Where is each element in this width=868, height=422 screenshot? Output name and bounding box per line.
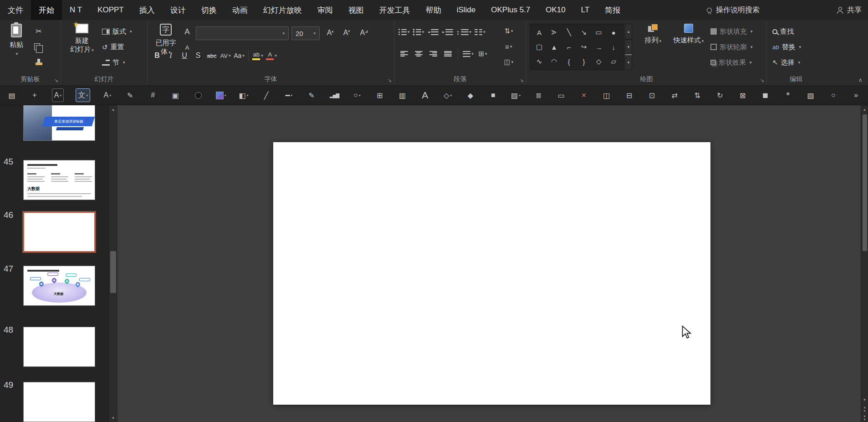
- scroll-up-button[interactable]: ▴: [861, 105, 868, 113]
- eyedropper-icon[interactable]: ╱: [261, 88, 272, 102]
- shape-vertical-text-box-icon[interactable]: A: [547, 26, 561, 39]
- copy-button[interactable]: ▾: [33, 40, 45, 53]
- menu-tab-review[interactable]: 审阅: [310, 0, 341, 20]
- align-right-button[interactable]: [427, 47, 439, 60]
- sparkle-icon[interactable]: *: [782, 88, 793, 102]
- small-image-icon[interactable]: ▣: [170, 88, 181, 102]
- shape-freeform-icon[interactable]: ∿: [532, 55, 546, 68]
- menu-tab-lt[interactable]: LT: [573, 0, 597, 20]
- horizontal-text-box-icon[interactable]: A▾: [52, 88, 64, 102]
- menu-tab-animations[interactable]: 动画: [225, 0, 255, 20]
- shape-left-brace-icon[interactable]: {: [562, 55, 576, 68]
- smartart-convert-button[interactable]: ⊞▾: [477, 47, 489, 60]
- menu-tab-home[interactable]: 开始: [31, 0, 62, 20]
- collapse-ribbon-button[interactable]: ∧: [858, 77, 863, 83]
- shrink-font-button[interactable]: A▾: [341, 26, 352, 39]
- menu-tab-file[interactable]: 文件: [0, 0, 31, 20]
- cut-button[interactable]: ✂: [33, 25, 45, 37]
- scroll-down-button[interactable]: ▾: [861, 396, 868, 404]
- font-dialog-launcher[interactable]: ↘: [388, 78, 392, 82]
- arrange-button[interactable]: 排列▾: [638, 24, 668, 70]
- character-spacing-button[interactable]: AV▾: [220, 49, 231, 62]
- clipboard-dialog-launcher[interactable]: ↘: [54, 78, 58, 82]
- wordart-icon[interactable]: A: [419, 88, 430, 102]
- grid-columns-icon[interactable]: ▥: [397, 88, 408, 102]
- text-shadow-button[interactable]: S: [192, 49, 204, 62]
- note-icon[interactable]: ▭: [556, 88, 567, 102]
- main-scrollbar-thumb[interactable]: [863, 114, 867, 251]
- scroll-down-button[interactable]: ▾: [109, 414, 117, 422]
- main-scrollbar[interactable]: ▴ ▾ ▴▴ ▾▾: [861, 105, 868, 422]
- shape-line-icon[interactable]: ╲: [562, 26, 576, 39]
- menu-tab-insert[interactable]: 插入: [132, 0, 163, 20]
- duplicate-slide-icon[interactable]: ◫: [601, 88, 612, 102]
- font-color-button[interactable]: A ▾: [266, 49, 277, 62]
- brush-icon[interactable]: ◆: [465, 88, 476, 102]
- shape-outline-button[interactable]: 形状轮廓▾: [710, 40, 753, 54]
- highlight-color-button[interactable]: ab ▾: [252, 49, 264, 62]
- shape-parallelogram-icon[interactable]: ▱: [607, 55, 620, 68]
- clear-formatting-button[interactable]: A◢: [358, 26, 370, 39]
- line-spacing-button[interactable]: ↕▾: [456, 26, 471, 38]
- menu-tab-koppt[interactable]: KOPPT: [90, 0, 132, 20]
- menu-tab-islide[interactable]: iSlide: [449, 0, 484, 20]
- menu-tab-ok10[interactable]: OK10: [538, 0, 573, 20]
- equal-width-icon[interactable]: ⇄: [669, 88, 680, 102]
- next-slide-button[interactable]: ▾▾: [861, 414, 868, 422]
- rotate-icon[interactable]: ↻: [715, 88, 725, 102]
- menu-tab-design[interactable]: 设计: [163, 0, 194, 20]
- move-tool-icon[interactable]: +: [29, 88, 40, 102]
- slide-thumbnail-48[interactable]: [23, 327, 95, 367]
- align-text-button[interactable]: ≡▾: [503, 40, 515, 53]
- select-button[interactable]: ↖ 选择▾: [772, 56, 800, 69]
- scroll-up-button[interactable]: ▴: [109, 105, 117, 113]
- shape-diamond-icon[interactable]: ◇: [592, 55, 606, 68]
- increase-indent-button[interactable]: ▸: [442, 26, 454, 38]
- texture-fill-icon[interactable]: ▨▾: [511, 88, 521, 102]
- color-swatch-icon[interactable]: ▾: [215, 88, 226, 102]
- new-slide-button[interactable]: 新建 幻灯片▾: [66, 24, 98, 70]
- slide-thumbnail-45[interactable]: 大数据: [23, 160, 95, 200]
- align-objects-icon[interactable]: ≣: [533, 88, 544, 102]
- font-increase-button[interactable]: A: [181, 26, 193, 38]
- bold-button[interactable]: B: [151, 49, 163, 62]
- shape-elbow-connector-icon[interactable]: ⌐: [562, 40, 576, 54]
- strikethrough-button[interactable]: abc: [206, 49, 218, 62]
- decrease-indent-button[interactable]: ◂: [427, 26, 439, 38]
- shape-right-brace-icon[interactable]: }: [577, 55, 591, 68]
- font-size-combobox[interactable]: 20 ▾: [291, 26, 320, 40]
- slide-thumbnail-partial[interactable]: 单击添加演讲标题: [23, 105, 95, 141]
- reset-button[interactable]: ↺ 重置: [102, 40, 124, 54]
- shape-triangle-icon[interactable]: ▲: [547, 40, 561, 54]
- fill-bucket-icon[interactable]: ◧▾: [238, 88, 249, 102]
- convert-smartart-button[interactable]: ◫▾: [503, 56, 515, 68]
- slide-thumbnail-47[interactable]: 大数据: [23, 266, 95, 306]
- slide-thumbnail-46-selected[interactable]: [23, 212, 95, 252]
- shape-arrow-line-icon[interactable]: ↘: [577, 26, 591, 39]
- tell-me-search[interactable]: 操作说明搜索: [707, 0, 760, 20]
- shape-rounded-rectangle-icon[interactable]: ▢: [532, 40, 546, 54]
- share-button[interactable]: 共享: [837, 0, 862, 20]
- align-left-button[interactable]: [398, 47, 410, 60]
- pencil-icon[interactable]: ✎: [306, 88, 317, 102]
- shape-right-arrow-icon[interactable]: →: [592, 40, 606, 54]
- quick-styles-button[interactable]: 快速样式▾: [670, 24, 707, 70]
- menu-tab-help[interactable]: 帮助: [418, 0, 449, 20]
- large-square-icon[interactable]: ■: [760, 88, 771, 102]
- menu-tab-okplus[interactable]: OKPlus 5.7: [483, 0, 538, 20]
- change-case-button[interactable]: Aa▾: [233, 49, 245, 62]
- paste-button[interactable]: 粘贴 ▾: [4, 24, 29, 70]
- delete-icon[interactable]: ×: [578, 88, 589, 102]
- insert-picture-icon[interactable]: ▧: [805, 88, 816, 102]
- line-style-icon[interactable]: ━▾: [283, 88, 294, 102]
- vertical-text-box-icon[interactable]: 文▾: [76, 88, 90, 102]
- gallery-up-button[interactable]: ▴: [625, 24, 632, 39]
- slide-pane-icon[interactable]: ▤: [6, 88, 17, 102]
- oval-tool-icon[interactable]: ○▾: [352, 88, 363, 102]
- font-name-combobox[interactable]: ▾: [196, 26, 289, 40]
- shape-arc-icon[interactable]: ◠: [547, 55, 561, 68]
- replace-button[interactable]: ab 替换▾: [772, 40, 801, 54]
- section-button[interactable]: 节▾: [102, 56, 125, 69]
- shape-fill-button[interactable]: 形状填充▾: [710, 25, 753, 38]
- shape-down-arrow-icon[interactable]: ↓: [607, 40, 620, 54]
